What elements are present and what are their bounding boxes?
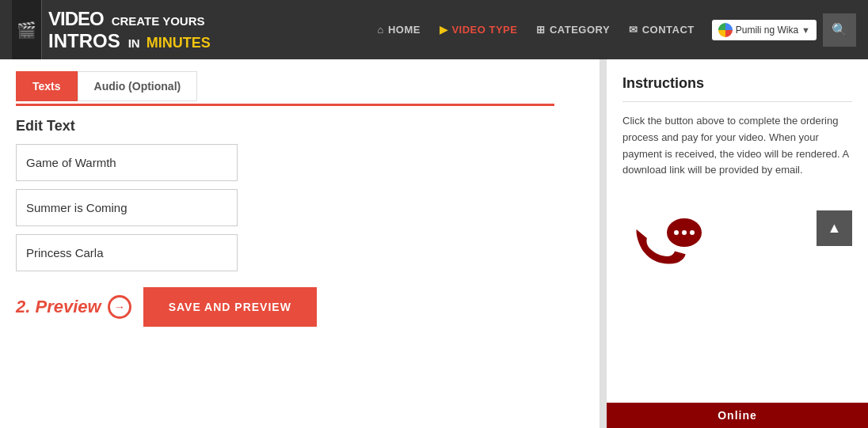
main-layout: Texts Audio (Optional) Edit Text 2. Prev…: [0, 59, 868, 428]
svg-point-3: [690, 230, 695, 235]
preview-label: 2. Preview →: [16, 295, 131, 319]
translate-arrow: ▼: [801, 25, 810, 35]
home-icon: ⌂: [378, 24, 384, 36]
nav-links: ⌂ HOME ▶ VIDEO TYPE ⊞ CATEGORY ✉ CONTACT: [368, 17, 704, 42]
search-button[interactable]: 🔍: [823, 13, 856, 47]
logo-video: VIDEO: [48, 8, 104, 30]
logo-minutes: MINUTES: [147, 35, 211, 51]
google-translate-widget[interactable]: Pumili ng Wika ▼: [712, 20, 817, 40]
logo-in: IN: [128, 36, 140, 50]
instructions-title: Instructions: [622, 75, 852, 92]
phone-chat-icon: [622, 203, 710, 282]
panel-divider: [600, 59, 607, 428]
text-field-2[interactable]: [16, 189, 238, 226]
grid-icon: ⊞: [536, 24, 546, 36]
preview-section: 2. Preview → SAVE AND PREVIEW: [16, 287, 584, 327]
text-field-1[interactable]: [16, 144, 238, 181]
envelope-icon: ✉: [629, 24, 638, 36]
tab-underline: [16, 104, 554, 106]
chat-area: ▲: [622, 203, 852, 282]
film-icon: 🎬: [17, 21, 36, 40]
online-badge: Online: [607, 403, 868, 428]
instructions-divider: [622, 101, 852, 102]
video-icon: ▶: [440, 24, 448, 36]
instructions-text: Click the button above to complete the o…: [622, 113, 852, 179]
scroll-top-button[interactable]: ▲: [817, 210, 852, 246]
tab-audio[interactable]: Audio (Optional): [78, 71, 198, 101]
site-header: 🎬 VIDEO CREATE YOURS INTROS IN MINUTES ⌂…: [0, 0, 868, 59]
phone-chat-svg: [622, 203, 710, 282]
logo-intros: INTROS: [48, 30, 120, 52]
text-field-3[interactable]: [16, 234, 238, 271]
preview-arrow-icon: →: [108, 295, 131, 319]
save-preview-button[interactable]: SAVE AND PREVIEW: [143, 287, 317, 327]
nav-home[interactable]: ⌂ HOME: [368, 17, 430, 42]
nav-contact[interactable]: ✉ CONTACT: [619, 17, 704, 42]
main-nav: ⌂ HOME ▶ VIDEO TYPE ⊞ CATEGORY ✉ CONTACT…: [368, 13, 856, 47]
svg-point-1: [674, 230, 679, 235]
right-panel: Instructions Click the button above to c…: [607, 59, 868, 428]
logo-title: VIDEO CREATE YOURS INTROS IN MINUTES: [42, 0, 217, 59]
logo-film-strip: 🎬: [12, 0, 42, 59]
content-panel: Texts Audio (Optional) Edit Text 2. Prev…: [0, 59, 600, 428]
logo-create: CREATE YOURS: [112, 14, 205, 28]
nav-category[interactable]: ⊞ CATEGORY: [527, 17, 619, 42]
nav-video-type[interactable]: ▶ VIDEO TYPE: [430, 17, 527, 42]
tab-bar: Texts Audio (Optional): [16, 71, 584, 101]
svg-point-2: [682, 230, 687, 235]
translate-label: Pumili ng Wika: [736, 25, 798, 36]
edit-text-heading: Edit Text: [16, 118, 584, 134]
google-g-logo: [718, 23, 733, 37]
tab-texts[interactable]: Texts: [16, 71, 78, 101]
site-logo: 🎬 VIDEO CREATE YOURS INTROS IN MINUTES: [12, 0, 217, 59]
